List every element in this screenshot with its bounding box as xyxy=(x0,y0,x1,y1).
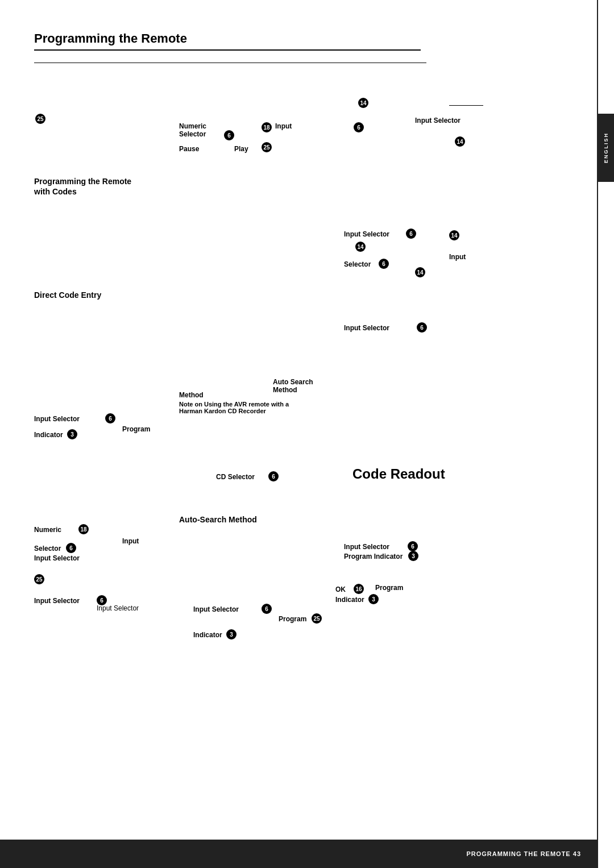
badge-6-left: 6 xyxy=(105,413,115,423)
page-container: ENGLISH Programming the Remote 25 Numeri… xyxy=(0,0,614,868)
badge-25-prog: 25 xyxy=(312,613,322,624)
cd-selector-label: CD Selector xyxy=(216,473,255,481)
section-programming-codes: Programming the Remote with Codes xyxy=(34,176,131,197)
indicator-3-label: Indicator xyxy=(34,431,63,439)
badge-6-cd: 6 xyxy=(268,471,279,481)
badge-25-top: 25 xyxy=(35,114,45,124)
program-circle-label: Program xyxy=(279,615,306,623)
auto-search-method-heading: Auto-Search Method xyxy=(179,514,257,525)
program-right-label: Program xyxy=(375,584,403,592)
badge-6-right: 6 xyxy=(408,541,418,551)
badge-25-bottom: 25 xyxy=(34,574,44,584)
badge-14-under-is: 14 xyxy=(455,136,465,147)
play-label: Play xyxy=(234,145,248,153)
bottom-bar: PROGRAMMING THE REMOTE 43 xyxy=(0,840,598,868)
selector-5-bottom: Selector xyxy=(34,545,61,553)
page-title: Programming the Remote xyxy=(34,31,421,51)
code-readout-heading: Code Readout xyxy=(352,466,445,482)
badge-14-top: 14 xyxy=(358,98,368,108)
badge-14-right-405: 14 xyxy=(449,230,459,240)
badge-6-input: 6 xyxy=(354,122,364,132)
indicator-3-final: Indicator xyxy=(193,631,222,639)
input-selector-small-text: Input Selector xyxy=(97,604,139,612)
title-rule xyxy=(34,63,426,63)
input-bottom-label: Input xyxy=(122,537,139,545)
badge-6-is-5: 6 xyxy=(406,229,416,239)
badge-18-input: 18 xyxy=(262,122,272,132)
english-tab: ENGLISH xyxy=(598,114,614,182)
badge-6-mid-bot: 6 xyxy=(262,604,272,614)
program-indicator-right: Program Indicator xyxy=(344,553,403,560)
badge-6-numeric: 6 xyxy=(224,130,234,140)
auto-search-label: Auto Search Method xyxy=(273,378,313,394)
input-selector-mid-bot: Input Selector xyxy=(193,605,239,613)
badge-25-play: 25 xyxy=(262,142,272,152)
input-right-selector: Input xyxy=(449,253,466,261)
badge-14-selector: 14 xyxy=(415,267,425,277)
selector-5-label: Selector xyxy=(344,260,371,268)
badge-6-selector: 6 xyxy=(379,259,389,269)
badge-6-mid: 6 xyxy=(417,322,427,333)
pause-label: Pause xyxy=(179,145,199,153)
input-selector-top-right: Input Selector xyxy=(415,117,460,124)
badge-3-prog-ind: 3 xyxy=(408,551,418,561)
badge-18-numeric: 18 xyxy=(78,524,89,534)
numeric-selector-label: Numeric Selector xyxy=(179,122,206,138)
section-direct-code: Direct Code Entry xyxy=(34,290,101,300)
badge-14-after5: 14 xyxy=(355,242,366,252)
english-label: ENGLISH xyxy=(603,132,609,163)
input-selector-5-14: Input Selector xyxy=(344,230,389,238)
page-number-label: PROGRAMMING THE REMOTE 43 xyxy=(466,850,581,857)
input-selector-right: Input Selector xyxy=(344,543,389,551)
input-selector-small: Input Selector xyxy=(34,597,80,605)
note-avr-label: Note on Using the AVR remote with a Harm… xyxy=(179,401,289,414)
input-selector-left: Input Selector xyxy=(34,415,80,423)
indicator-3-ok: Indicator xyxy=(335,596,364,604)
badge-6-sel-bot: 6 xyxy=(66,543,76,553)
badge-3-ok: 3 xyxy=(368,594,379,604)
badge-3-indicator: 3 xyxy=(67,429,77,439)
badge-3-final: 3 xyxy=(226,629,237,639)
input-selector-mid: Input Selector xyxy=(344,324,389,332)
badge-16-ok: 16 xyxy=(354,584,364,594)
program-label: Program xyxy=(122,425,150,433)
ok-label: OK xyxy=(335,585,346,593)
numeric-left-label: Numeric xyxy=(34,526,61,534)
input-selector-under-sel: Input Selector xyxy=(34,554,80,562)
method-label: Method xyxy=(179,391,204,399)
input-label-18: Input xyxy=(275,122,292,130)
top-right-rule xyxy=(449,105,483,106)
